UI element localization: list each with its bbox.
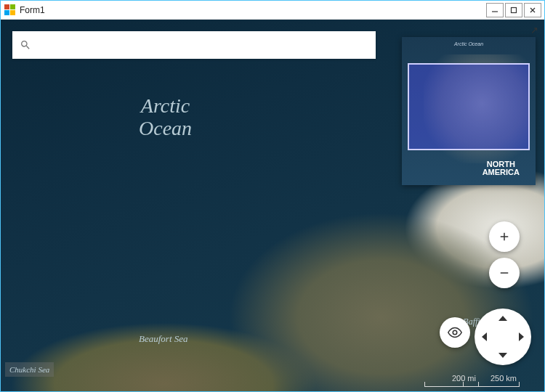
map-label-beaufort-sea: Beaufort Sea xyxy=(139,333,188,345)
app-window: Form1 ↗ Arctic Ocean NORTHAMERICA xyxy=(0,0,545,392)
detach-icon[interactable]: ↗ xyxy=(528,24,540,36)
search-box xyxy=(12,31,376,59)
minimize-button[interactable] xyxy=(486,3,504,17)
pan-up-button[interactable] xyxy=(498,316,507,321)
search-input[interactable] xyxy=(37,39,368,51)
pan-control xyxy=(475,309,531,365)
window-title: Form1 xyxy=(20,5,485,15)
zoom-in-button[interactable] xyxy=(489,221,520,252)
eye-icon xyxy=(447,324,463,340)
plus-icon xyxy=(498,230,511,243)
pan-left-button[interactable] xyxy=(482,332,487,341)
maximize-button[interactable] xyxy=(505,3,522,17)
pan-right-button[interactable] xyxy=(519,332,524,341)
map-label-arctic-ocean: ArcticOcean xyxy=(139,95,192,140)
scale-bar: 200 mi 250 km xyxy=(452,369,517,388)
minimap[interactable]: Arctic Ocean NORTHAMERICA xyxy=(402,37,536,185)
zoom-out-button[interactable] xyxy=(489,258,520,288)
minimap-north-america-label: NORTHAMERICA xyxy=(483,160,520,176)
minimap-arctic-label: Arctic Ocean xyxy=(402,41,536,46)
map-label-chukchi-sea: Chukchi Sea xyxy=(5,362,54,377)
search-icon xyxy=(20,39,31,51)
view-mode-button[interactable] xyxy=(440,317,470,348)
svg-point-7 xyxy=(453,330,457,335)
map-canvas[interactable]: ↗ Arctic Ocean NORTHAMERICA ArcticOcean … xyxy=(1,20,544,391)
title-bar: Form1 xyxy=(1,1,544,20)
scale-km: 250 km xyxy=(490,374,517,388)
svg-rect-1 xyxy=(512,7,517,12)
pan-down-button[interactable] xyxy=(498,353,507,358)
app-icon xyxy=(4,4,15,16)
minimap-viewport[interactable] xyxy=(408,63,530,150)
minus-icon xyxy=(498,266,511,279)
window-buttons xyxy=(485,3,541,17)
close-button[interactable] xyxy=(524,3,541,17)
